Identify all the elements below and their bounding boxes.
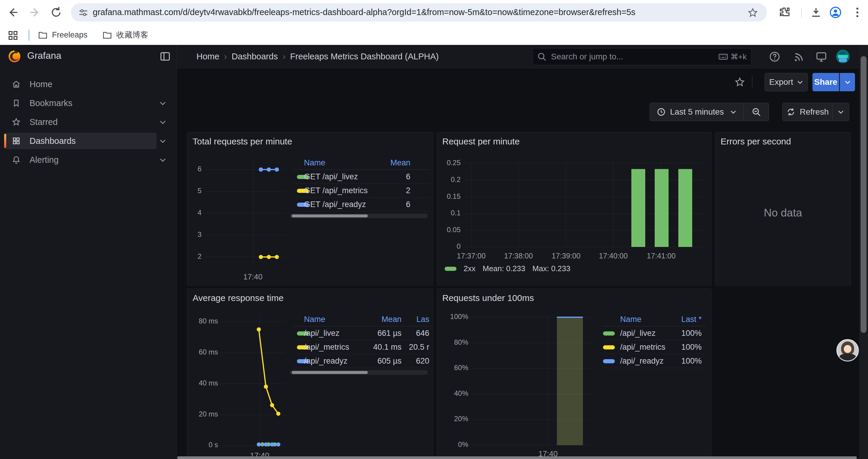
brand-name: Grafana — [27, 50, 61, 61]
chevron-down-icon[interactable] — [159, 158, 166, 162]
bookmarks-bar: Freeleaps 收藏博客 — [0, 25, 868, 45]
forward-icon[interactable] — [28, 6, 41, 19]
tv-kiosk-icon[interactable] — [815, 51, 827, 63]
time-range-picker[interactable]: Last 5 minutes — [650, 103, 744, 121]
export-button[interactable]: Export — [765, 73, 808, 91]
site-settings-icon[interactable] — [78, 7, 89, 18]
column-header[interactable]: Name — [620, 315, 642, 324]
column-header[interactable]: Las — [370, 315, 429, 324]
folder-icon — [38, 30, 48, 40]
url-bar[interactable]: grafana.mathmast.com/d/deytv4rwavabkb/fr… — [71, 3, 767, 22]
svg-text:0: 0 — [457, 242, 461, 250]
sidebar-item-label: Bookmarks — [30, 98, 72, 108]
table-hscrollbar-track — [290, 370, 428, 375]
search-placeholder: Search or jump to... — [551, 52, 718, 61]
zoom-out-button[interactable] — [744, 103, 769, 121]
share-button[interactable]: Share — [812, 73, 839, 91]
search-shortcut: ⌘+k — [718, 52, 747, 62]
breadcrumb-dashboards[interactable]: Dashboards — [231, 52, 278, 61]
refresh-interval-button[interactable] — [833, 103, 849, 121]
series-color-pill — [603, 359, 615, 363]
downloads-icon[interactable] — [809, 6, 823, 19]
grafana-logo-icon[interactable] — [8, 50, 21, 63]
search-input[interactable]: Search or jump to... ⌘+k — [532, 48, 752, 65]
avatar-pixel — [840, 52, 845, 54]
chevron-down-icon[interactable] — [159, 120, 166, 124]
reload-icon[interactable] — [50, 6, 63, 19]
bookmark-folder-blogs[interactable]: 收藏博客 — [102, 28, 148, 41]
bookmark-label: 收藏博客 — [116, 30, 148, 40]
floating-assistant-avatar[interactable] — [836, 339, 859, 362]
toolbar-divider — [801, 8, 802, 18]
bookmark-label: Freeleaps — [52, 30, 88, 40]
table-hscrollbar-track — [290, 214, 428, 218]
refresh-icon — [786, 107, 796, 117]
table-hscrollbar-thumb[interactable] — [291, 371, 368, 374]
table-hscrollbar-thumb[interactable] — [291, 215, 368, 218]
extensions-icon[interactable] — [778, 6, 791, 19]
bookmark-icon — [12, 99, 21, 107]
page-scrollbar-thumb[interactable] — [861, 56, 867, 333]
panel-errors-per-second: Errors per second No data — [715, 132, 851, 286]
help-icon[interactable] — [769, 51, 780, 63]
table-row[interactable]: /api/_metrics100% — [602, 340, 706, 354]
column-header[interactable]: Mean — [351, 158, 410, 167]
series-value: 6 — [351, 172, 410, 182]
column-header[interactable]: Name — [304, 315, 325, 324]
table-row[interactable]: /api/_livez100% — [602, 326, 706, 340]
share-menu-button[interactable] — [840, 73, 855, 91]
sidebar-item-label: Alerting — [30, 155, 59, 165]
chevron-down-icon[interactable] — [159, 139, 166, 143]
series-value: 646 — [370, 329, 429, 338]
column-header[interactable]: Name — [304, 158, 325, 167]
avatar-pixel — [839, 58, 847, 62]
folder-icon — [102, 30, 112, 40]
bookmark-star-icon[interactable] — [747, 7, 758, 18]
breadcrumb-home[interactable]: Home — [196, 52, 219, 61]
sidebar-item-alerting[interactable]: Alerting — [0, 152, 176, 168]
table-row[interactable]: GET /api/_metrics2 — [293, 184, 430, 198]
url-text[interactable]: grafana.mathmast.com/d/deytv4rwavabkb/fr… — [93, 7, 636, 17]
browser-menu-icon[interactable] — [851, 6, 864, 19]
sidebar-item-bookmarks[interactable]: Bookmarks — [0, 95, 176, 111]
svg-text:5: 5 — [198, 187, 202, 195]
series-value: 100% — [643, 342, 702, 352]
table-row[interactable]: /api/_readyz605 µs620 — [293, 354, 430, 368]
refresh-button[interactable]: Refresh — [782, 103, 833, 121]
horizontal-scrollbar-thumb[interactable] — [177, 456, 857, 459]
table-row[interactable]: GET /api/_livez6 — [293, 169, 430, 184]
legend-series-label[interactable]: 2xx — [464, 264, 475, 273]
table-row[interactable]: /api/_readyz100% — [602, 354, 706, 368]
chart-request-per-minute[interactable]: 0.250.20.150.10.05017:37:0017:38:0017:39… — [437, 132, 711, 285]
news-icon[interactable] — [793, 51, 804, 63]
table-row[interactable]: GET /api/_readyz6 — [293, 197, 430, 211]
sidebar-item-dashboards[interactable]: Dashboards — [0, 133, 176, 149]
bookmark-folder-freeleaps[interactable]: Freeleaps — [38, 28, 88, 41]
column-header[interactable]: Last * — [643, 315, 702, 324]
chart-legend[interactable]: 2xx Mean: 0.233 Max: 0.233 — [445, 264, 570, 273]
time-range-label: Last 5 minutes — [670, 107, 724, 117]
table-header: NameLast * — [602, 314, 706, 326]
apps-grid-icon[interactable] — [7, 30, 19, 41]
series-color-pill — [603, 331, 615, 335]
back-icon[interactable] — [6, 6, 20, 19]
chevron-down-icon[interactable] — [159, 101, 166, 105]
svg-text:2: 2 — [198, 252, 202, 260]
panel-title[interactable]: Errors per second — [720, 136, 791, 146]
svg-text:60%: 60% — [454, 364, 468, 371]
bell-icon — [12, 155, 21, 164]
clock-icon — [656, 107, 666, 117]
sidebar-item-starred[interactable]: Starred — [0, 114, 176, 130]
svg-text:17:40: 17:40 — [243, 272, 262, 281]
breadcrumb: Home › Dashboards › Freeleaps Metrics Da… — [196, 45, 439, 68]
sidebar-item-home[interactable]: Home — [0, 76, 176, 93]
profile-icon[interactable] — [829, 6, 842, 19]
user-avatar[interactable] — [836, 50, 850, 63]
svg-text:17:39:00: 17:39:00 — [552, 252, 580, 260]
table-row[interactable]: /api/_livez661 µs646 — [293, 326, 430, 340]
sidebar-toggle-icon[interactable] — [159, 51, 171, 62]
favorite-star-icon[interactable] — [735, 77, 745, 88]
table-row[interactable]: /api/_metrics40.1 ms20.5 r — [293, 340, 430, 354]
svg-text:100%: 100% — [450, 313, 468, 321]
svg-text:20%: 20% — [454, 415, 468, 423]
